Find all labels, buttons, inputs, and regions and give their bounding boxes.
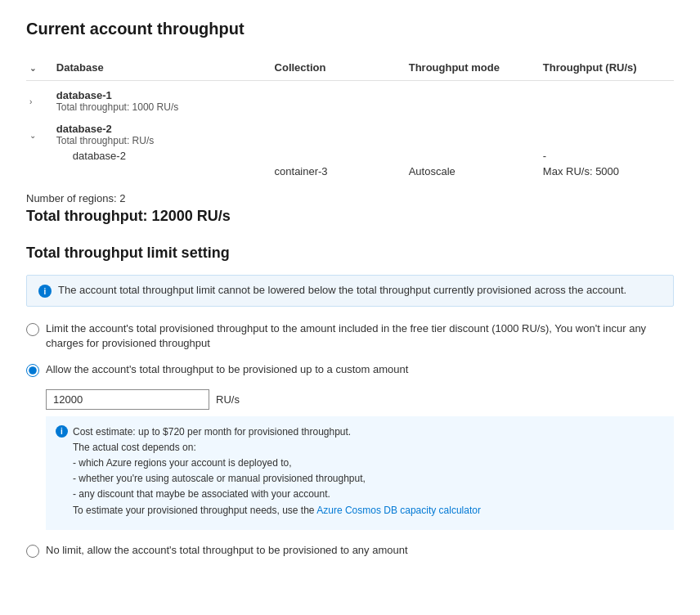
col-throughput-header: Throughput (RU/s): [540, 55, 674, 81]
summary-section: Number of regions: 2 Total throughput: 1…: [26, 192, 674, 225]
child-collection: [271, 148, 406, 164]
child-throughput2: Max RU/s: 5000: [540, 164, 674, 179]
child-db-name: database-2: [53, 148, 271, 164]
col-database-header: Database: [53, 55, 271, 81]
custom-input-row: RU/s: [46, 389, 674, 410]
col-mode-header: Throughput mode: [406, 55, 540, 81]
expand-all-chevron[interactable]: ⌄: [29, 64, 43, 73]
db2-expand-chevron[interactable]: ⌄: [29, 131, 43, 140]
cost-estimate: i Cost estimate: up to $720 per month fo…: [46, 416, 674, 530]
col-expand-header: ⌄: [26, 55, 53, 81]
cost-header-text: Cost estimate: up to $720 per month for …: [73, 426, 351, 438]
cost-info-icon: i: [56, 425, 68, 438]
custom-throughput-input[interactable]: [46, 389, 209, 410]
radio-option-no-limit: No limit, allow the account's total thro…: [26, 543, 674, 558]
child-throughput: -: [540, 148, 674, 164]
table-row: ⌄ database-2 Total throughput: RU/s: [26, 114, 674, 148]
col-collection-header: Collection: [271, 55, 406, 81]
limit-section: i The account total throughput limit can…: [26, 275, 674, 558]
limit-section-title: Total throughput limit setting: [26, 245, 674, 262]
capacity-calculator-link[interactable]: Azure Cosmos DB capacity calculator: [316, 505, 481, 516]
table-row: container-3 Autoscale Max RU/s: 5000: [26, 164, 674, 179]
page-title: Current account throughput: [26, 20, 674, 38]
db1-expand-chevron[interactable]: ›: [29, 97, 43, 106]
radio-no-limit-label: No limit, allow the account's total thro…: [46, 543, 408, 558]
child-db-name2: [53, 164, 271, 179]
num-regions: Number of regions: 2: [26, 192, 674, 204]
table-row: › database-1 Total throughput: 1000 RU/s: [26, 81, 674, 115]
child-mode: [406, 148, 540, 164]
radio-free-tier-label: Limit the account's total provisioned th…: [46, 321, 674, 351]
info-banner: i The account total throughput limit can…: [26, 275, 674, 307]
db2-subtotal: Total throughput: RU/s: [56, 135, 667, 146]
child-mode2: Autoscale: [406, 164, 540, 179]
throughput-table: ⌄ Database Collection Throughput mode Th…: [26, 55, 674, 179]
child-collection2: container-3: [271, 164, 406, 179]
db2-name: database-2: [56, 123, 667, 135]
cost-line-3: - whether you're using autoscale or manu…: [73, 473, 366, 484]
cost-line-1: The actual cost depends on:: [73, 442, 196, 453]
info-icon: i: [38, 285, 52, 298]
radio-custom[interactable]: [26, 364, 39, 377]
radio-option-free-tier: Limit the account's total provisioned th…: [26, 321, 674, 351]
cost-text: Cost estimate: up to $720 per month for …: [73, 424, 481, 518]
db1-name: database-1: [56, 89, 667, 101]
cost-line-2: - which Azure regions your account is de…: [73, 457, 291, 469]
table-row: database-2 -: [26, 148, 674, 164]
radio-no-limit[interactable]: [26, 545, 39, 558]
cost-line-5: To estimate your provisioned throughput …: [73, 505, 316, 516]
radio-free-tier[interactable]: [26, 323, 39, 336]
cost-line-4: - any discount that maybe be associated …: [73, 488, 330, 500]
total-throughput: Total throughput: 12000 RU/s: [26, 208, 674, 225]
info-banner-text: The account total throughput limit canno…: [58, 284, 626, 296]
unit-label: RU/s: [216, 393, 240, 406]
db1-subtotal: Total throughput: 1000 RU/s: [56, 101, 667, 113]
radio-option-custom: Allow the account's total throughput to …: [26, 362, 674, 377]
radio-custom-label: Allow the account's total throughput to …: [46, 362, 408, 377]
